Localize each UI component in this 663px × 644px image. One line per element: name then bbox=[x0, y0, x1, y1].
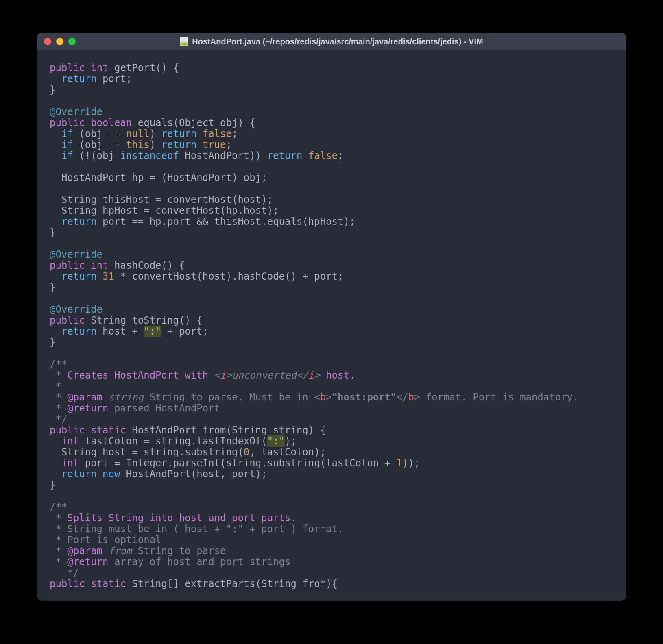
html-angle: < bbox=[314, 392, 320, 403]
text: equals(Object obj) { bbox=[132, 117, 255, 128]
html-angle: > bbox=[226, 370, 232, 381]
text: HostAndPort)) bbox=[179, 150, 267, 161]
javadoc-close: */ bbox=[50, 567, 79, 579]
text: + port; bbox=[161, 326, 209, 337]
kw-public: public bbox=[50, 578, 85, 590]
javadoc-text: String to parse. Must be in bbox=[144, 392, 314, 403]
html-angle: > bbox=[414, 392, 420, 403]
kw-if: if bbox=[61, 128, 73, 139]
javadoc-line: * bbox=[50, 556, 67, 568]
javadoc-line: * bbox=[50, 381, 61, 392]
terminal-window: HostAndPort.java (~/repos/redis/java/src… bbox=[37, 33, 626, 601]
num-1: 1 bbox=[397, 457, 402, 469]
javadoc-open: /** bbox=[50, 359, 67, 370]
lit-null: null bbox=[126, 128, 150, 139]
kw-return: return bbox=[161, 139, 197, 150]
kw-instanceof: instanceof bbox=[120, 150, 179, 161]
kw-return: return bbox=[61, 468, 97, 480]
text: (obj == bbox=[73, 139, 126, 150]
text: host + bbox=[97, 326, 144, 337]
text: } bbox=[50, 337, 55, 348]
kw-public: public bbox=[50, 424, 85, 436]
text: * convertHost(host).hashCode() + port; bbox=[114, 271, 344, 282]
editor-content[interactable]: public int getPort() { return port; } @O… bbox=[37, 50, 626, 601]
kw-int: int bbox=[91, 260, 108, 271]
javadoc-return: @return bbox=[67, 402, 108, 414]
javadoc-param: @param bbox=[67, 545, 103, 557]
kw-return: return bbox=[61, 216, 97, 227]
text: ) bbox=[150, 128, 161, 139]
annotation-override: @Override bbox=[50, 304, 103, 315]
kw-if: if bbox=[61, 139, 73, 150]
javadoc-desc: Splits String into host and port parts. bbox=[67, 512, 297, 524]
javadoc-desc: Creates HostAndPort with bbox=[67, 370, 214, 381]
minimize-icon[interactable] bbox=[56, 38, 63, 45]
kw-public: public bbox=[50, 62, 85, 74]
text: ) bbox=[150, 139, 161, 150]
kw-public: public bbox=[50, 315, 85, 326]
lit-true: true bbox=[203, 139, 226, 150]
text: HostAndPort(host, port); bbox=[120, 468, 267, 480]
lit-false: false bbox=[203, 128, 232, 139]
text: )); bbox=[402, 457, 420, 469]
kw-return: return bbox=[267, 150, 303, 161]
kw-return: return bbox=[161, 128, 197, 139]
text: ; bbox=[232, 128, 238, 139]
text: hashCode() { bbox=[109, 260, 185, 271]
text: String toString() { bbox=[85, 315, 203, 326]
text: lastColon = string.lastIndexOf( bbox=[79, 435, 267, 447]
text: String host = string.substring( bbox=[50, 446, 244, 458]
param-name: from bbox=[109, 545, 132, 557]
text: port = Integer.parseInt(string.substring… bbox=[79, 457, 396, 469]
javadoc-line: * bbox=[50, 545, 67, 557]
param-name: string bbox=[109, 392, 144, 403]
html-angle: </ bbox=[297, 370, 308, 381]
kw-new: new bbox=[103, 468, 120, 480]
javadoc-line: * bbox=[50, 370, 67, 381]
kw-if: if bbox=[61, 150, 73, 161]
javadoc-return: @return bbox=[67, 556, 108, 568]
text: getPort() { bbox=[109, 62, 179, 74]
window-title: HostAndPort.java (~/repos/redis/java/src… bbox=[192, 37, 483, 46]
html-angle: </ bbox=[397, 392, 408, 403]
text: HostAndPort from(String string) { bbox=[126, 424, 326, 436]
annotation-override: @Override bbox=[50, 249, 103, 260]
text: (obj == bbox=[73, 128, 126, 139]
zoom-icon[interactable] bbox=[68, 38, 76, 45]
lit-this: this bbox=[126, 139, 150, 150]
javadoc-line: * Port is optional bbox=[50, 534, 161, 546]
text: port == hp.port && thisHost.equals(hpHos… bbox=[97, 216, 355, 227]
annotation-override: @Override bbox=[50, 106, 103, 117]
lit-false: false bbox=[308, 150, 338, 161]
kw-boolean: boolean bbox=[91, 117, 132, 128]
text: , lastColon); bbox=[249, 446, 326, 458]
text: } bbox=[50, 227, 55, 238]
html-b-tag: b bbox=[408, 392, 414, 403]
html-angle: < bbox=[214, 370, 220, 381]
kw-int: int bbox=[61, 457, 79, 469]
kw-int: int bbox=[61, 435, 79, 447]
javadoc-text: format. Port is mandatory. bbox=[420, 392, 578, 403]
html-i-tag: i bbox=[220, 370, 226, 381]
html-angle: > bbox=[326, 392, 332, 403]
html-angle: > bbox=[314, 370, 320, 381]
javadoc-line: * bbox=[50, 512, 67, 524]
text: String thisHost = convertHost(host); bbox=[50, 194, 273, 205]
text: ; bbox=[226, 139, 232, 150]
javadoc-text: String to parse bbox=[132, 545, 226, 557]
java-file-icon bbox=[180, 37, 188, 46]
javadoc-open: /** bbox=[50, 501, 67, 513]
kw-return: return bbox=[61, 326, 97, 337]
html-i-tag: i bbox=[308, 370, 314, 381]
text: port; bbox=[97, 73, 132, 85]
kw-int: int bbox=[91, 62, 108, 74]
text: ); bbox=[285, 435, 297, 447]
kw-return: return bbox=[61, 271, 97, 282]
javadoc-param: @param bbox=[67, 392, 103, 403]
javadoc-text: parsed HostAndPort bbox=[109, 402, 220, 414]
close-icon[interactable] bbox=[44, 38, 51, 45]
kw-public: public bbox=[50, 117, 85, 128]
titlebar[interactable]: HostAndPort.java (~/repos/redis/java/src… bbox=[37, 33, 626, 50]
text: } bbox=[50, 84, 55, 96]
javadoc-line: * bbox=[50, 392, 67, 403]
